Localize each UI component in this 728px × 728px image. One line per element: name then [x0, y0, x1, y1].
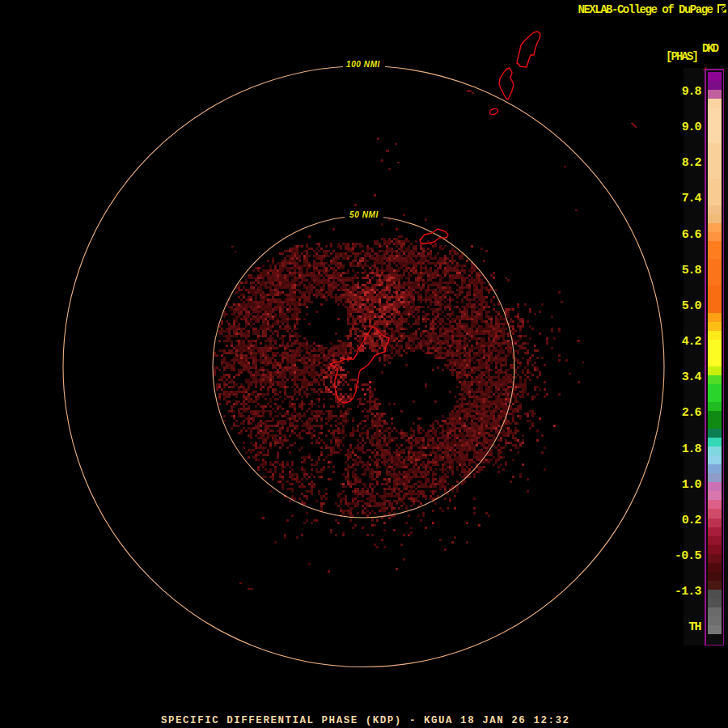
- svg-text:DKD: DKD: [702, 42, 719, 55]
- svg-text:9.0: 9.0: [682, 121, 702, 134]
- svg-text:4.2: 4.2: [682, 335, 702, 349]
- svg-text:8.2: 8.2: [682, 156, 702, 170]
- svg-text:[PHAS]: [PHAS]: [666, 50, 699, 63]
- svg-text:5.0: 5.0: [682, 299, 702, 313]
- svg-text:5.8: 5.8: [682, 264, 702, 277]
- svg-text:100 NMI: 100 NMI: [346, 60, 380, 69]
- svg-text:-0.5: -0.5: [675, 549, 701, 563]
- svg-text:1.0: 1.0: [682, 478, 702, 492]
- svg-text:3.4: 3.4: [682, 370, 702, 384]
- svg-text:SPECIFIC DIFFERENTIAL PHASE (K: SPECIFIC DIFFERENTIAL PHASE (KDP) - KGUA…: [161, 715, 569, 726]
- svg-text:9.8: 9.8: [682, 85, 702, 99]
- svg-text:1.8: 1.8: [682, 442, 702, 456]
- svg-text:7.4: 7.4: [682, 192, 702, 205]
- svg-text:NEXLAB-College of DuPage: NEXLAB-College of DuPage: [578, 3, 714, 16]
- svg-text:-1.3: -1.3: [675, 585, 701, 599]
- svg-text:2.6: 2.6: [682, 406, 702, 420]
- svg-text:TH: TH: [688, 620, 701, 634]
- svg-text:0.2: 0.2: [682, 514, 702, 527]
- svg-text:50 NMI: 50 NMI: [349, 210, 379, 219]
- svg-text:6.6: 6.6: [682, 228, 702, 242]
